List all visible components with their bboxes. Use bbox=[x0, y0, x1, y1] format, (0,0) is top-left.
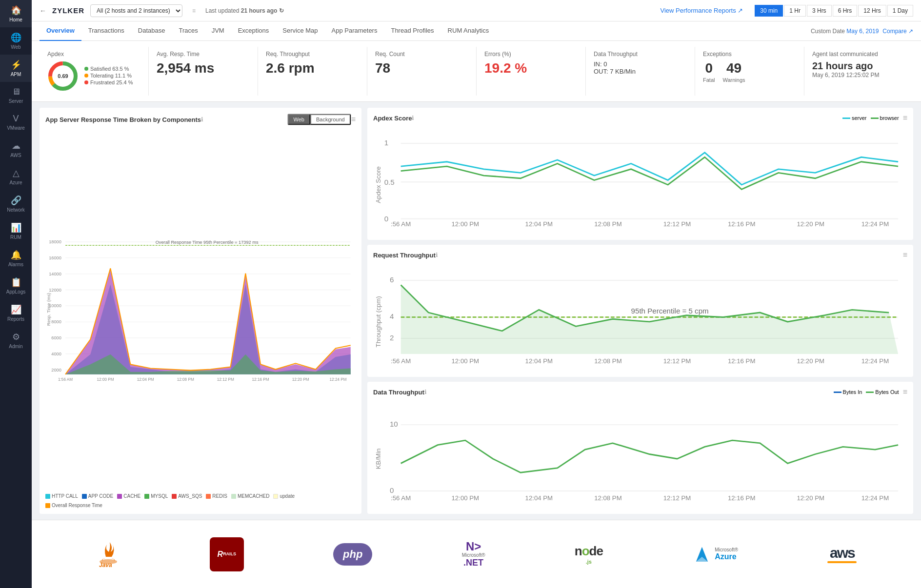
chart-menu-icon[interactable]: ≡ bbox=[351, 115, 356, 124]
sidebar-item-applogs[interactable]: 📋 AppLogs bbox=[0, 272, 32, 299]
tab-database[interactable]: Database bbox=[131, 21, 172, 41]
metric-data-throughput: Data Throughput IN: 0 OUT: 7 KB/Min bbox=[586, 47, 695, 96]
legend-memcached: MEMCACHED bbox=[231, 493, 270, 499]
svg-text:12:08 PM: 12:08 PM bbox=[594, 494, 622, 502]
rum-icon: 📊 bbox=[11, 222, 21, 233]
agent-value: 21 hours ago bbox=[812, 60, 905, 72]
tab-exceptions[interactable]: Exceptions bbox=[231, 21, 276, 41]
chart-info-icon[interactable]: ℹ bbox=[201, 116, 203, 123]
agent-title: Agent last communicated bbox=[812, 51, 905, 58]
apdex-info-icon[interactable]: ℹ bbox=[412, 115, 414, 121]
chart-toggle-background[interactable]: Background bbox=[310, 114, 351, 125]
chart-toggle: Web Background bbox=[287, 114, 351, 125]
errors-value: 19.2 % bbox=[484, 60, 578, 76]
apdex-legend: Satisfied 63.5 % Tolerating 11.1 % Frust… bbox=[84, 66, 133, 86]
svg-text:12:00 PM: 12:00 PM bbox=[452, 494, 480, 502]
legend-cache-label: CACHE bbox=[123, 493, 140, 499]
svg-text:Throughput (cpm): Throughput (cpm) bbox=[375, 296, 382, 347]
svg-text:12:08 PM: 12:08 PM bbox=[177, 377, 194, 382]
svg-text:0: 0 bbox=[384, 215, 388, 223]
apdex-legend: server browser bbox=[842, 115, 899, 121]
sidebar-item-server[interactable]: 🖥 Server bbox=[0, 82, 32, 109]
sidebar-item-alarms[interactable]: 🔔 Alarms bbox=[0, 245, 32, 272]
data-throughput-info-icon[interactable]: ℹ bbox=[424, 389, 427, 395]
node-logo: node .js bbox=[575, 544, 603, 565]
satisfied-dot bbox=[84, 67, 88, 71]
sidebar-item-rum[interactable]: 📊 RUM bbox=[0, 217, 32, 245]
sidebar-item-azure[interactable]: △ Azure bbox=[0, 163, 32, 190]
svg-text:8000: 8000 bbox=[51, 319, 61, 324]
sidebar-item-reports[interactable]: 📈 Reports bbox=[0, 299, 32, 327]
topbar: ← ZYLKER All (2 hosts and 2 instances) ≡… bbox=[32, 0, 921, 21]
chart-req-throughput: Request Throughput ℹ ≡ 6 4 2 bbox=[367, 245, 913, 377]
tab-service-map[interactable]: Service Map bbox=[276, 21, 324, 41]
metrics-row: Apdex 0.69 Satisfied 63.5 % Tolerating 1… bbox=[32, 41, 921, 102]
chart-data-throughput: Data Throughput ℹ Bytes In Bytes Out ≡ bbox=[367, 382, 913, 514]
tab-thread-profiles[interactable]: Thread Profiles bbox=[384, 21, 440, 41]
svg-text:14000: 14000 bbox=[49, 272, 61, 276]
time-filter-3hrs[interactable]: 3 Hrs bbox=[807, 5, 832, 17]
apdex-menu-icon[interactable]: ≡ bbox=[903, 114, 907, 122]
req-throughput-svg: 6 4 2 95th Percentile = 5 cpm bbox=[373, 263, 907, 371]
logo-node: node .js bbox=[575, 544, 603, 565]
data-throughput-menu-icon[interactable]: ≡ bbox=[903, 388, 907, 396]
back-button[interactable]: ← bbox=[40, 7, 46, 15]
sidebar-item-network[interactable]: 🔗 Network bbox=[0, 190, 32, 217]
tab-rum-analytics[interactable]: RUM Analytics bbox=[441, 21, 496, 41]
time-filter-6hrs[interactable]: 6 Hrs bbox=[833, 5, 858, 17]
refresh-icon[interactable]: ↻ bbox=[279, 7, 284, 14]
apdex-server-color bbox=[842, 118, 850, 119]
time-filter-1hr[interactable]: 1 Hr bbox=[784, 5, 806, 17]
tab-transactions[interactable]: Transactions bbox=[81, 21, 131, 41]
time-filter-12hrs[interactable]: 12 Hrs bbox=[858, 5, 886, 17]
metric-avg-resp-time: Avg. Resp. Time 2,954 ms bbox=[149, 47, 258, 96]
svg-text:12:16 PM: 12:16 PM bbox=[728, 220, 756, 228]
tab-overview[interactable]: Overview bbox=[40, 21, 81, 41]
sidebar-item-home[interactable]: 🏠 Home bbox=[0, 0, 32, 27]
svg-text:12:12 PM: 12:12 PM bbox=[663, 494, 691, 502]
svg-text:12:20 PM: 12:20 PM bbox=[292, 377, 309, 382]
svg-text:1:56 AM: 1:56 AM bbox=[58, 377, 73, 382]
time-filter-1day[interactable]: 1 Day bbox=[887, 5, 913, 17]
app-selector[interactable]: All (2 hosts and 2 instances) bbox=[90, 4, 182, 17]
tab-jvm[interactable]: JVM bbox=[205, 21, 231, 41]
apdex-chart-container: 1 0.5 0 :56 AM 12:00 PM 12:04 PM bbox=[373, 126, 907, 234]
sidebar-item-vmware[interactable]: V VMware bbox=[0, 109, 32, 136]
time-filter-30min[interactable]: 30 min bbox=[755, 5, 783, 17]
compare-link[interactable]: Compare ↗ bbox=[882, 28, 913, 35]
legend-redis-dot bbox=[206, 494, 211, 499]
legend-redis: REDIS bbox=[206, 493, 227, 499]
svg-text:4: 4 bbox=[390, 312, 394, 320]
frustrated-label: Frustrated 25.4 % bbox=[90, 79, 133, 85]
req-throughput-fill bbox=[401, 285, 898, 354]
tab-traces[interactable]: Traces bbox=[172, 21, 204, 41]
svg-text:12:00 PM: 12:00 PM bbox=[97, 377, 114, 382]
apdex-donut-chart: 0.69 bbox=[47, 60, 79, 92]
java-logo-svg: Java bbox=[96, 540, 120, 569]
satisfied-label: Satisfied 63.5 % bbox=[90, 66, 129, 72]
req-throughput-title: Req. Throughput bbox=[266, 51, 359, 58]
req-throughput-menu-icon[interactable]: ≡ bbox=[903, 251, 907, 259]
sidebar-item-admin[interactable]: ⚙ Admin bbox=[0, 327, 32, 354]
data-throughput-svg: 10 0 :56 AM 12:00 PM 12:04 PM 12:08 PM 1… bbox=[373, 400, 907, 508]
svg-text:0: 0 bbox=[390, 486, 394, 494]
logo-aws: aws bbox=[827, 546, 857, 563]
sidebar-item-aws[interactable]: ☁ AWS bbox=[0, 136, 32, 163]
req-count-title: Req. Count bbox=[375, 51, 468, 58]
avg-resp-value: 2,954 ms bbox=[157, 60, 250, 76]
sidebar-item-apm[interactable]: ⚡ APM bbox=[0, 55, 32, 82]
custom-date-label: Custom Date May 6, 2019 bbox=[811, 28, 879, 35]
legend-http-call: HTTP CALL bbox=[45, 493, 78, 499]
net-microsoft-label: Microsoft® bbox=[462, 552, 485, 558]
svg-text:12:24 PM: 12:24 PM bbox=[861, 494, 889, 502]
req-throughput-info-icon[interactable]: ℹ bbox=[436, 252, 438, 258]
metric-agent: Agent last communicated 21 hours ago May… bbox=[804, 47, 913, 96]
tab-app-parameters[interactable]: App Parameters bbox=[325, 21, 384, 41]
svg-text::56 AM: :56 AM bbox=[391, 494, 411, 502]
sidebar-item-web[interactable]: 🌐 Web bbox=[0, 27, 32, 55]
chart-toggle-web[interactable]: Web bbox=[288, 114, 310, 125]
exceptions-title: Exceptions bbox=[703, 51, 796, 58]
perf-reports-link[interactable]: View Performance Reports ↗ bbox=[661, 7, 743, 14]
legend-mysql: MYSQL bbox=[144, 493, 168, 499]
svg-text:12:00 PM: 12:00 PM bbox=[452, 357, 480, 365]
